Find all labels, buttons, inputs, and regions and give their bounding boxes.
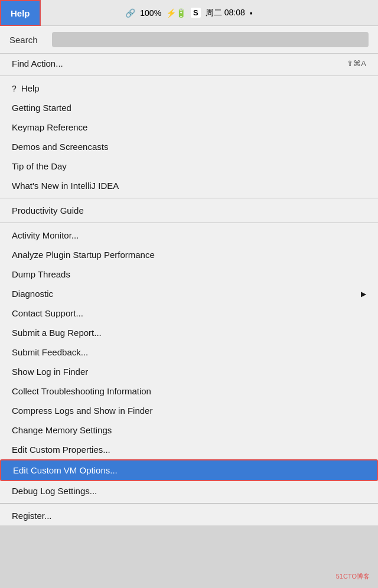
menu-item-label-analyze-plugin: Analyze Plugin Startup Performance: [12, 250, 155, 260]
menu-item-whats-new[interactable]: What's New in IntelliJ IDEA: [0, 176, 378, 195]
help-menu-label: Help: [11, 8, 30, 18]
menu-item-label-submit-bug: Submit a Bug Report...: [12, 328, 102, 338]
menu-item-label-keymap-reference: Keymap Reference: [12, 122, 87, 132]
search-input[interactable]: [52, 32, 369, 47]
menu-item-label-debug-log: Debug Log Settings...: [12, 486, 97, 496]
menu-item-label-help: Help: [21, 83, 40, 93]
menu-item-keymap-reference[interactable]: Keymap Reference: [0, 117, 378, 137]
menu-item-help[interactable]: ?Help: [0, 79, 378, 98]
menu-item-label-collect-troubleshooting: Collect Troubleshooting Information: [12, 386, 151, 396]
battery-percent: 100%: [140, 8, 161, 18]
menu-item-label-edit-custom-vm: Edit Custom VM Options...: [13, 465, 118, 475]
menu-divider: [0, 503, 378, 504]
battery-icon: ⚡🔋: [166, 8, 186, 18]
menu-item-contact-support[interactable]: Contact Support...: [0, 303, 378, 323]
extra-icon: ▪: [250, 8, 253, 18]
status-bar-content: 🔗 100% ⚡🔋 S 周二 08:08 ▪: [125, 8, 252, 18]
menu-item-show-log[interactable]: Show Log in Finder: [0, 362, 378, 381]
menu-item-find-action[interactable]: Find Action...⇧⌘A: [0, 54, 378, 73]
menu-item-change-memory[interactable]: Change Memory Settings: [0, 420, 378, 440]
menu-item-label-submit-feedback: Submit Feedback...: [12, 347, 88, 357]
menu-item-edit-custom-vm[interactable]: Edit Custom VM Options...: [0, 459, 378, 481]
menu-item-productivity-guide[interactable]: Productivity Guide: [0, 201, 378, 220]
menu-item-label-contact-support: Contact Support...: [12, 308, 83, 318]
status-bar: Help 🔗 100% ⚡🔋 S 周二 08:08 ▪: [0, 0, 378, 26]
search-label: Search: [9, 35, 45, 45]
menu-item-label-dump-threads: Dump Threads: [12, 269, 70, 279]
menu-item-label-demos-screencasts: Demos and Screencasts: [12, 142, 108, 152]
help-menu-button[interactable]: Help: [0, 0, 41, 26]
menu-item-diagnostic[interactable]: Diagnostic▶: [0, 284, 378, 303]
menu-item-label-activity-monitor: Activity Monitor...: [12, 230, 79, 240]
menu-item-activity-monitor[interactable]: Activity Monitor...: [0, 226, 378, 245]
help-menu-dropdown: Search Find Action...⇧⌘A?HelpGetting Sta…: [0, 26, 378, 525]
submenu-arrow-icon-diagnostic: ▶: [361, 290, 366, 298]
menu-item-getting-started[interactable]: Getting Started: [0, 98, 378, 117]
menu-item-submit-bug[interactable]: Submit a Bug Report...: [0, 323, 378, 342]
menu-item-compress-logs[interactable]: Compress Logs and Show in Finder: [0, 401, 378, 420]
menu-item-demos-screencasts[interactable]: Demos and Screencasts: [0, 137, 378, 156]
menu-item-submit-feedback[interactable]: Submit Feedback...: [0, 342, 378, 362]
menu-item-label-show-log: Show Log in Finder: [12, 367, 88, 377]
menu-item-register[interactable]: Register...: [0, 506, 378, 525]
menu-item-tip-of-day[interactable]: Tip of the Day: [0, 156, 378, 176]
sogou-icon: S: [191, 8, 201, 18]
menu-item-label-whats-new: What's New in IntelliJ IDEA: [12, 181, 119, 191]
link-icon: 🔗: [125, 8, 135, 18]
menu-item-shortcut-find-action: ⇧⌘A: [347, 59, 366, 68]
menu-item-dump-threads[interactable]: Dump Threads: [0, 264, 378, 284]
menu-divider: [0, 223, 378, 223]
menu-item-label-tip-of-day: Tip of the Day: [12, 161, 67, 171]
datetime: 周二 08:08: [206, 8, 245, 18]
menu-item-icon-help: ?: [12, 84, 17, 93]
menu-item-debug-log[interactable]: Debug Log Settings...: [0, 481, 378, 501]
menu-item-label-diagnostic: Diagnostic: [12, 289, 53, 299]
menu-item-collect-troubleshooting[interactable]: Collect Troubleshooting Information: [0, 381, 378, 401]
menu-divider: [0, 76, 378, 76]
menu-item-label-productivity-guide: Productivity Guide: [12, 205, 84, 215]
menu-divider: [0, 198, 378, 198]
menu-item-label-getting-started: Getting Started: [12, 103, 71, 113]
menu-item-label-compress-logs: Compress Logs and Show in Finder: [12, 406, 152, 416]
menu-item-label-change-memory: Change Memory Settings: [12, 425, 112, 435]
search-row: Search: [0, 26, 378, 54]
menu-item-label-register: Register...: [12, 511, 52, 521]
menu-item-analyze-plugin[interactable]: Analyze Plugin Startup Performance: [0, 245, 378, 264]
menu-item-edit-custom-props[interactable]: Edit Custom Properties...: [0, 440, 378, 459]
watermark: 51CTO博客: [336, 572, 370, 581]
menu-item-label-find-action: Find Action...: [12, 58, 63, 68]
menu-items-container: Find Action...⇧⌘A?HelpGetting StartedKey…: [0, 54, 378, 525]
menu-item-label-edit-custom-props: Edit Custom Properties...: [12, 445, 110, 455]
